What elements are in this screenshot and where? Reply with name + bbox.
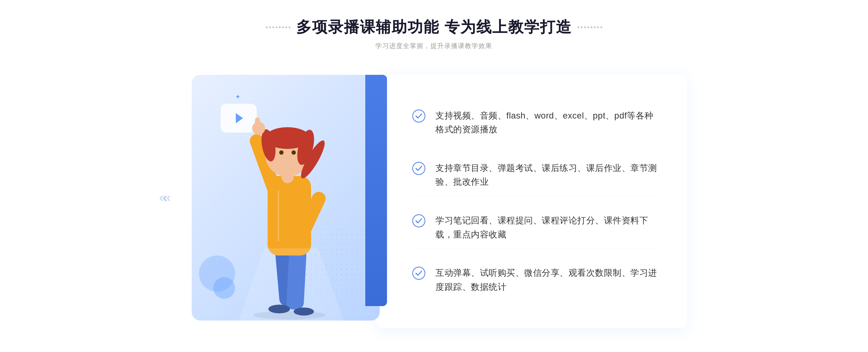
feature-text-4: 互动弹幕、试听购买、微信分享、观看次数限制、学习进度跟踪、数据统计 <box>435 266 658 294</box>
feature-item-1: 支持视频、音频、flash、word、excel、ppt、pdf等各种格式的资源… <box>412 102 658 144</box>
decorative-dots-left <box>266 26 290 28</box>
svg-point-20 <box>413 110 425 122</box>
header-section: 多项录播课辅助功能 专为线上教学打造 学习进度全掌握，提升录播课教学效果 <box>266 17 602 50</box>
subtitle: 学习进度全掌握，提升录播课教学效果 <box>375 42 492 50</box>
content-area: «« ✦ <box>181 68 687 328</box>
feature-item-4: 互动弹幕、试听购买、微信分享、观看次数限制、学习进度跟踪、数据统计 <box>412 259 658 301</box>
chevron-left-icon: «« <box>159 190 168 205</box>
illustration-background: ✦ <box>192 75 380 321</box>
decorative-dots-right <box>578 26 602 28</box>
feature-item-2: 支持章节目录、弹题考试、课后练习、课后作业、章节测验、批改作业 <box>412 154 658 197</box>
feature-text-1: 支持视频、音频、flash、word、excel、ppt、pdf等各种格式的资源… <box>435 109 658 137</box>
check-circle-icon-2 <box>412 162 425 175</box>
svg-point-15 <box>292 150 296 155</box>
feature-item-3: 学习笔记回看、课程提问、课程评论打分、课件资料下载，重点内容收藏 <box>412 206 658 249</box>
illustration-wrapper: «« ✦ <box>181 68 383 328</box>
svg-point-23 <box>413 267 425 279</box>
svg-marker-19 <box>239 248 344 321</box>
blue-accent-panel <box>365 75 387 306</box>
check-circle-icon-3 <box>412 214 425 227</box>
features-panel: 支持视频、音频、flash、word、excel、ppt、pdf等各种格式的资源… <box>376 75 687 328</box>
page-container: 多项录播课辅助功能 专为线上教学打造 学习进度全掌握，提升录播课教学效果 «« … <box>0 3 868 349</box>
title-row: 多项录播课辅助功能 专为线上教学打造 <box>266 17 602 37</box>
svg-point-21 <box>413 162 425 175</box>
svg-rect-17 <box>255 117 260 130</box>
check-circle-icon-4 <box>412 267 425 280</box>
svg-point-14 <box>279 150 284 155</box>
feature-text-3: 学习笔记回看、课程提问、课程评论打分、课件资料下载，重点内容收藏 <box>435 214 658 241</box>
main-title: 多项录播课辅助功能 专为线上教学打造 <box>296 17 572 37</box>
svg-point-22 <box>413 215 425 227</box>
feature-text-2: 支持章节目录、弹题考试、课后练习、课后作业、章节测验、批改作业 <box>435 161 658 189</box>
check-circle-icon-1 <box>412 110 425 123</box>
person-illustration <box>192 75 380 321</box>
